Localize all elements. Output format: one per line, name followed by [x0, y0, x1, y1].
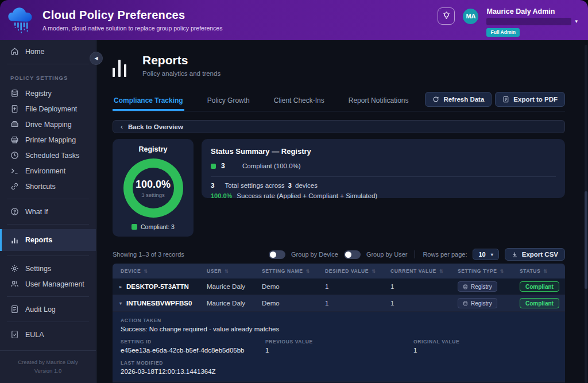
setting-id-value: e45ee13a-e6da-42cb-b5ef-4dc8eb5d05bb — [121, 347, 265, 354]
sidebar-item-home[interactable]: Home — [0, 44, 96, 59]
refresh-data-button[interactable]: Refresh Data — [425, 92, 492, 107]
compliant-summary-row: 3 Compliant (100.0%) — [211, 162, 556, 170]
divider — [7, 296, 89, 297]
column-header-desired-value[interactable]: DESIRED VALUE⇅ — [317, 268, 382, 274]
table-header-row: DEVICE⇅ USER⇅ SETTING NAME⇅ DESIRED VALU… — [113, 264, 565, 278]
sidebar-item-label: Scheduled Tasks — [25, 152, 79, 160]
pdf-document-icon — [502, 96, 509, 103]
expand-caret-icon[interactable]: ▸ — [119, 284, 122, 289]
column-header-setting-name[interactable]: SETTING NAME⇅ — [254, 268, 317, 274]
rows-per-page-select[interactable]: 10 ▾ — [473, 249, 498, 260]
total-count: 3 — [211, 182, 214, 189]
divider — [7, 322, 89, 322]
sort-icon: ⇅ — [225, 269, 229, 274]
column-header-device[interactable]: DEVICE⇅ — [113, 268, 199, 274]
status-summary-title: Status Summary — Registry — [211, 147, 556, 156]
setting-name-cell: Demo — [254, 300, 317, 307]
refresh-icon — [432, 96, 439, 103]
sidebar-footer-version: Version 1.0 — [0, 366, 96, 375]
action-taken-value: Success: No change required - value alre… — [121, 326, 565, 332]
export-csv-button[interactable]: Export CSV — [505, 248, 565, 261]
sidebar-item-scheduled-tasks[interactable]: Scheduled Tasks — [0, 148, 96, 163]
app-subtitle: A modern, cloud-native solution to repla… — [42, 25, 222, 32]
total-suffix: devices — [295, 182, 318, 189]
sidebar-item-label: Home — [25, 48, 44, 56]
last-modified-value: 2026-03-18T12:00:13.1441364Z — [121, 368, 565, 375]
group-by-user-toggle[interactable] — [344, 250, 361, 259]
app-title-block: Cloud Policy Preferences A modern, cloud… — [42, 9, 222, 32]
sidebar: ◀ Home POLICY SETTINGS Registry File Dep… — [0, 40, 96, 383]
user-menu[interactable]: Maurice Daly Admin ▾ Full Admin — [486, 4, 578, 37]
clock-icon — [10, 151, 19, 160]
device-name: INTUNESBVWPFBS0 — [126, 300, 192, 307]
user-avatar[interactable]: MA — [463, 9, 478, 24]
previous-value: 1 — [265, 347, 413, 354]
drive-icon — [10, 120, 19, 129]
divider — [211, 176, 556, 177]
sidebar-item-drive-mapping[interactable]: Drive Mapping — [0, 117, 96, 132]
theme-toggle-button[interactable] — [438, 7, 455, 25]
sidebar-item-label: Printer Mapping — [25, 136, 76, 144]
group-by-device-toggle[interactable] — [269, 250, 285, 259]
sidebar-item-settings[interactable]: Settings — [0, 261, 96, 276]
status-summary-panel: Status Summary — Registry 3 Compliant (1… — [202, 139, 565, 198]
sidebar-item-user-management[interactable]: User Management — [0, 276, 96, 292]
page-header: Reports Policy analytics and trends — [113, 53, 565, 77]
tab-report-notifications[interactable]: Report Notifications — [347, 92, 410, 111]
sidebar-item-reports[interactable]: Reports — [0, 229, 96, 251]
sidebar-item-shortcuts[interactable]: Shortcuts — [0, 179, 96, 194]
total-devices-count: 3 — [288, 182, 292, 189]
column-header-status[interactable]: STATUS⇅ — [512, 268, 565, 274]
sidebar-item-registry[interactable]: Registry — [0, 86, 96, 101]
sidebar-item-printer-mapping[interactable]: Printer Mapping — [0, 132, 96, 148]
registry-donut-card[interactable]: Registry 100.0% 3 settings Compliant: 3 — [113, 139, 194, 237]
table-row-expanded[interactable]: ▾INTUNESBVWPFBS0 Maurice Daly Demo 1 1 R… — [113, 295, 565, 312]
sidebar-item-environment[interactable]: Environment — [0, 163, 96, 179]
link-icon — [10, 182, 19, 191]
main-content: Reports Policy analytics and trends Comp… — [96, 40, 588, 383]
sidebar-item-eula[interactable]: EULA — [0, 327, 96, 342]
page-subtitle: Policy analytics and trends — [142, 70, 220, 77]
role-badge: Full Admin — [486, 28, 520, 37]
chevron-down-icon[interactable]: ▾ — [575, 18, 578, 24]
printer-icon — [10, 136, 19, 144]
compliant-label: Compliant (100.0%) — [242, 163, 301, 169]
sidebar-item-what-if[interactable]: What If — [0, 204, 96, 219]
tab-policy-growth[interactable]: Policy Growth — [206, 92, 251, 111]
group-by-user-label: Group by User — [366, 251, 408, 258]
sidebar-item-label: Registry — [25, 90, 52, 98]
sidebar-item-label: EULA — [25, 331, 44, 339]
back-to-overview-label: Back to Overview — [128, 123, 183, 130]
column-header-current-value[interactable]: CURRENT VALUE⇅ — [382, 268, 450, 274]
collapse-caret-icon[interactable]: ▾ — [119, 301, 122, 306]
success-rate-row: 100.0% Success rate (Applied + Compliant… — [211, 192, 556, 199]
current-value-cell: 1 — [382, 300, 450, 307]
column-header-setting-type[interactable]: SETTING TYPE⇅ — [450, 268, 512, 274]
export-pdf-button[interactable]: Export to PDF — [495, 92, 565, 107]
table-row[interactable]: ▸DESKTOP-5T3ATTN Maurice Daly Demo 1 1 R… — [113, 278, 565, 295]
donut-percent: 100.0% — [136, 179, 171, 191]
sidebar-item-file-deployment[interactable]: File Deployment — [0, 101, 96, 117]
scrollbar-thumb[interactable] — [585, 191, 587, 289]
sidebar-item-audit-log[interactable]: Audit Log — [0, 301, 96, 317]
tab-compliance-tracking[interactable]: Compliance Tracking — [113, 92, 184, 111]
tab-client-check-ins[interactable]: Client Check-Ins — [273, 92, 326, 111]
back-to-overview-button[interactable]: ‹ Back to Overview — [113, 120, 565, 133]
donut-settings-count: 3 settings — [141, 192, 165, 198]
sidebar-collapse-button[interactable]: ◀ — [90, 52, 103, 65]
compliance-table: DEVICE⇅ USER⇅ SETTING NAME⇅ DESIRED VALU… — [113, 264, 565, 383]
sidebar-item-label: Environment — [25, 167, 65, 175]
previous-value-label: PREVIOUS VALUE — [265, 339, 413, 345]
user-role-select[interactable] — [486, 18, 571, 25]
rows-per-page-label: Rows per page: — [423, 251, 467, 258]
row-detail-panel: ACTION TAKEN Success: No change required… — [113, 312, 565, 382]
database-icon — [10, 89, 19, 98]
sidebar-item-label: Drive Mapping — [25, 121, 72, 129]
setting-name-cell: Demo — [254, 283, 317, 290]
column-header-user[interactable]: USER⇅ — [199, 268, 254, 274]
success-rate-label: Success rate (Applied + Compliant + Simu… — [237, 192, 377, 199]
terminal-icon — [10, 167, 19, 175]
divider — [415, 250, 415, 258]
app-window: Cloud Policy Preferences A modern, cloud… — [0, 0, 588, 383]
page-scrollbar[interactable] — [585, 45, 587, 383]
